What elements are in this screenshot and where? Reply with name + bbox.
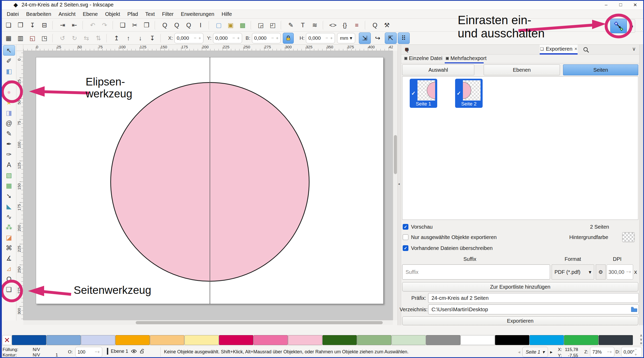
text-command-icon[interactable]: T <box>297 20 309 31</box>
chevron-down-icon[interactable]: ∨ <box>632 46 636 52</box>
palette-swatch[interactable] <box>115 335 150 345</box>
zoom-spinner[interactable]: 73%−+ <box>590 347 614 357</box>
menu-item[interactable]: Ebene <box>80 10 101 18</box>
increment-icon[interactable]: + <box>276 36 279 41</box>
print-icon[interactable]: ⊟ <box>38 20 50 31</box>
palette-swatch[interactable] <box>357 335 391 345</box>
stroke-value[interactable]: N/V <box>33 353 40 358</box>
select-same-icon[interactable]: ◲ <box>255 20 267 31</box>
search-icon[interactable] <box>583 47 591 53</box>
decrement-icon[interactable]: − <box>634 347 637 352</box>
lower-icon[interactable]: ↓ <box>134 33 146 44</box>
background-color-button[interactable] <box>622 232 635 242</box>
text-baseline-icon[interactable]: I <box>195 20 207 31</box>
horizontal-scrollbar[interactable] <box>23 320 393 325</box>
page-select-dropdown[interactable]: Seite 1▾ <box>522 347 548 357</box>
palette-swatch[interactable] <box>426 335 460 345</box>
snap-toggle-button[interactable] <box>610 19 627 33</box>
gradient-tool[interactable]: ▧ <box>3 170 15 180</box>
palette-swatch[interactable] <box>81 335 115 345</box>
undo-icon[interactable]: ↶ <box>87 20 99 31</box>
star-tool[interactable]: ★ <box>3 97 15 108</box>
view-auswahl-button[interactable]: Auswahl <box>402 64 474 75</box>
shape-builder-tool[interactable]: ◧ <box>3 66 15 76</box>
decrement-icon[interactable]: − <box>95 349 97 354</box>
menu-item[interactable]: Pfad <box>124 10 141 18</box>
tab-mehrfachexport[interactable]: Mehrfachexport <box>446 55 487 61</box>
page-1-thumbnail[interactable]: ✓ Seite 1 <box>410 79 437 108</box>
no-color-swatch[interactable]: ✕ <box>3 335 11 345</box>
lock-object-icon[interactable]: ▣ <box>225 20 237 31</box>
palette-swatch[interactable] <box>288 335 322 345</box>
palette-swatch[interactable] <box>564 335 598 345</box>
palette-swatch[interactable] <box>530 335 564 345</box>
folder-icon[interactable] <box>631 307 637 313</box>
unlock-object-icon[interactable]: ▩ <box>237 20 249 31</box>
previous-page-icon[interactable]: ◂ <box>518 349 520 355</box>
decrement-icon[interactable]: − <box>271 36 274 41</box>
selection-box-icon[interactable]: ◳ <box>38 33 50 44</box>
ellipse-tool[interactable]: ● <box>3 87 15 97</box>
export-icon[interactable]: ⇤ <box>68 20 80 31</box>
save-document-icon[interactable]: ↧ <box>26 20 38 31</box>
palette-swatch[interactable] <box>150 335 184 345</box>
horizontal-ruler[interactable]: 0255075100125150175200225250275300325350… <box>23 45 393 51</box>
eraser-tool[interactable]: ◪ <box>3 232 15 243</box>
view-ebenen-button[interactable]: Ebenen <box>484 64 560 75</box>
spiral-tool[interactable]: @ <box>3 118 15 128</box>
palette-swatch[interactable] <box>12 335 46 345</box>
node-tool[interactable]: ✐ <box>3 56 15 66</box>
deselect-icon[interactable]: ◱ <box>26 33 38 44</box>
menu-item[interactable]: Datei <box>4 10 22 18</box>
preferences-icon[interactable]: ⚒ <box>381 20 393 31</box>
zoom-page-icon[interactable]: Q <box>183 20 195 31</box>
pencil-tool[interactable]: ✎ <box>3 128 15 139</box>
menu-item[interactable]: Bearbeiten <box>23 10 54 18</box>
redo-icon[interactable]: ↷ <box>99 20 111 31</box>
eye-icon[interactable] <box>131 349 137 354</box>
lock-open-icon[interactable] <box>140 349 145 354</box>
scale-gradient-toggle[interactable]: ⇱ <box>385 32 397 44</box>
copy-icon[interactable]: ❑ <box>117 20 129 31</box>
palette-menu-icon[interactable]: ≡ <box>640 341 642 345</box>
scrollbar-thumb[interactable] <box>394 135 397 174</box>
gradient-command-icon[interactable]: ≋ <box>309 20 321 31</box>
preview-option[interactable]: ✓ Vorschau <box>403 223 433 231</box>
flip-vertical-icon[interactable]: ⇅ <box>92 33 104 44</box>
scale-corners-toggle[interactable]: ↪ <box>372 32 384 44</box>
paint-bucket-tool[interactable]: ◣ <box>3 201 15 211</box>
decrement-icon[interactable]: − <box>626 269 629 274</box>
directory-input[interactable] <box>428 304 639 314</box>
zoom-tool[interactable]: Q <box>3 274 15 284</box>
select-all-layers-icon[interactable]: ▥ <box>15 33 26 44</box>
decrement-icon[interactable]: − <box>607 349 609 354</box>
find-replace-icon[interactable]: Q <box>369 20 381 31</box>
menu-item[interactable]: Ansicht <box>55 10 79 18</box>
decrement-icon[interactable]: − <box>232 36 235 41</box>
box3d-tool[interactable]: ◨ <box>3 108 15 118</box>
palette-swatch[interactable] <box>599 335 633 345</box>
object-properties-icon[interactable]: {} <box>339 20 351 31</box>
spray-tool[interactable]: ⁂ <box>3 222 15 232</box>
zoom-drawing-icon[interactable]: Q <box>171 20 183 31</box>
menu-item[interactable]: Objekt <box>102 10 123 18</box>
increment-icon[interactable]: + <box>629 269 631 274</box>
align-distribute-icon[interactable]: ≡ <box>351 20 363 31</box>
palette-swatch[interactable] <box>219 335 253 345</box>
fill-value[interactable]: N/V <box>33 347 40 352</box>
format-dropdown[interactable]: PDF (*.pdf)▾ <box>552 264 594 280</box>
fill-object-icon[interactable]: ▢ <box>213 20 225 31</box>
decrement-icon[interactable]: − <box>325 36 328 41</box>
menu-item[interactable]: Filter <box>159 10 177 18</box>
selected-only-option[interactable]: Nur ausgewählte Objekte exportieren <box>403 233 497 241</box>
select-original-icon[interactable]: ◰ <box>267 20 279 31</box>
palette-swatch[interactable] <box>461 335 495 345</box>
layer-indicator[interactable]: Ebene 1 <box>107 348 145 355</box>
rotate-ccw-icon[interactable]: ↺ <box>57 33 68 44</box>
dock-splitter[interactable]: ◂ <box>398 45 401 325</box>
find-dialog-icon[interactable]: Q <box>401 46 413 54</box>
maximize-button[interactable]: □ <box>614 0 627 10</box>
close-button[interactable]: ✕ <box>629 0 641 10</box>
rotate-cw-icon[interactable]: ↻ <box>68 33 80 44</box>
connector-tool[interactable]: ⌘ <box>3 243 15 253</box>
